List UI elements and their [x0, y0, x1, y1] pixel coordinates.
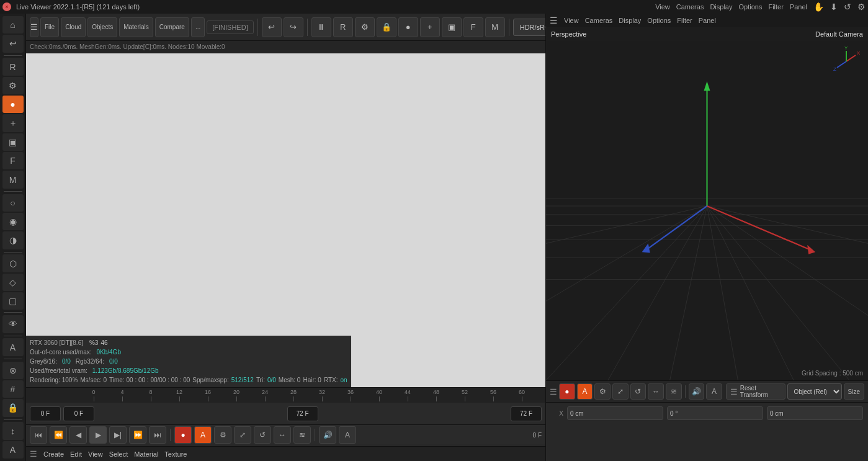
right-view-menu[interactable]: View: [564, 17, 579, 24]
key-set-btn[interactable]: ⤢: [234, 426, 251, 444]
close-button[interactable]: ×: [2, 2, 11, 11]
bottom-view[interactable]: View: [88, 450, 103, 458]
display-menu[interactable]: Display: [710, 3, 732, 11]
bottom-select[interactable]: Select: [109, 450, 128, 458]
sidebar-undo-icon[interactable]: ↩: [2, 35, 24, 52]
frame-end-box[interactable]: 72 F: [511, 406, 542, 421]
record-btn[interactable]: ●: [174, 426, 192, 444]
m-btn[interactable]: M: [485, 17, 505, 37]
cameras-menu[interactable]: Cameras: [676, 3, 704, 11]
sidebar-m-icon[interactable]: M: [2, 171, 24, 188]
size-input[interactable]: [767, 406, 863, 420]
sound-btn[interactable]: 🔊: [319, 426, 336, 444]
download-icon[interactable]: ⬇: [830, 2, 838, 12]
x-input[interactable]: [567, 406, 663, 420]
rb-snap-btn[interactable]: ↺: [630, 383, 647, 400]
sidebar-hexagon-icon[interactable]: ⬡: [2, 254, 24, 272]
sidebar-home-icon[interactable]: ⌂: [2, 16, 24, 34]
compare-menu-btn[interactable]: Compare: [155, 17, 189, 37]
rb-gear-btn[interactable]: ⚙: [594, 383, 611, 400]
object-rel-select[interactable]: Object (Rel): [787, 383, 842, 400]
sphere-btn[interactable]: ●: [398, 17, 418, 37]
3d-viewport[interactable]: Perspective Default Camera: [546, 27, 868, 380]
options-menu[interactable]: Options: [738, 3, 762, 11]
filter-menu[interactable]: Filter: [768, 3, 783, 11]
bottom-hamburger[interactable]: ☰: [30, 449, 37, 459]
play-btn[interactable]: ▶: [89, 426, 107, 444]
key2-btn[interactable]: ↺: [254, 426, 271, 444]
angle-input[interactable]: [667, 406, 763, 420]
next-keyframe-btn[interactable]: ⏩: [129, 426, 146, 444]
refresh-icon[interactable]: ↺: [844, 2, 851, 12]
right-options-menu[interactable]: Options: [647, 17, 671, 24]
bottom-edit[interactable]: Edit: [70, 450, 82, 458]
rb-fcurve-btn[interactable]: ≋: [666, 383, 682, 400]
right-filter-menu[interactable]: Filter: [677, 17, 692, 24]
cloud-menu-btn[interactable]: Cloud: [61, 17, 86, 37]
sidebar-magnet-icon[interactable]: ⊗: [2, 362, 24, 379]
sidebar-a2-icon[interactable]: A: [2, 441, 24, 459]
rb-record-btn[interactable]: ●: [559, 383, 575, 400]
sidebar-render-icon[interactable]: R: [2, 58, 24, 75]
file-menu-btn[interactable]: File: [40, 17, 59, 37]
materials-menu-btn[interactable]: Materials: [119, 17, 153, 37]
auto-key-btn[interactable]: ⚙: [214, 426, 231, 444]
lock2-icon[interactable]: 🔒: [377, 17, 396, 37]
frame-mid-box[interactable]: 72 F: [287, 406, 318, 421]
hdr-select[interactable]: HDR/sRGB: [513, 19, 545, 36]
sidebar-add-icon[interactable]: ＋: [2, 114, 24, 132]
prev-keyframe-btn[interactable]: ⏪: [50, 426, 67, 444]
step-back-btn[interactable]: ◀: [69, 426, 87, 444]
add2-btn[interactable]: +: [420, 17, 440, 37]
sidebar-sphere2-icon[interactable]: ◉: [2, 213, 24, 230]
bottom-material[interactable]: Material: [134, 450, 158, 458]
frame-btn[interactable]: ▣: [442, 17, 462, 37]
sidebar-a-icon[interactable]: A: [2, 338, 24, 356]
skip-start-btn[interactable]: ⏮: [30, 426, 47, 444]
fcurve-btn[interactable]: ≋: [293, 426, 311, 444]
motion-btn[interactable]: ↔: [274, 426, 291, 444]
sidebar-grid-icon[interactable]: #: [2, 380, 24, 398]
view-menu[interactable]: View: [655, 3, 670, 11]
toolbar-hamburger[interactable]: ☰: [30, 17, 38, 37]
sidebar-active-icon[interactable]: ●: [2, 96, 24, 113]
sidebar-arrow-icon[interactable]: ↕: [2, 422, 24, 439]
sidebar-diamond-icon[interactable]: ◇: [2, 274, 24, 291]
refresh2-icon[interactable]: ↩: [262, 17, 282, 37]
panel-menu[interactable]: Panel: [790, 3, 807, 11]
extra-btn[interactable]: A: [339, 426, 356, 444]
redo-icon[interactable]: ↪: [284, 17, 303, 37]
right-panel-menu[interactable]: Panel: [699, 17, 716, 24]
snap-icon[interactable]: R: [333, 17, 353, 37]
sidebar-sphere1-icon[interactable]: ○: [2, 194, 24, 212]
more-menu-btn[interactable]: ...: [191, 17, 205, 37]
sidebar-lock-icon[interactable]: 🔒: [2, 399, 24, 416]
pause-icon[interactable]: ⏸: [311, 17, 331, 37]
f-btn[interactable]: F: [463, 17, 483, 37]
keyframe-btn[interactable]: A: [194, 426, 212, 444]
rb-key-btn[interactable]: A: [577, 383, 593, 400]
move-icon[interactable]: ✋: [813, 2, 824, 12]
sidebar-sphere3-icon[interactable]: ◑: [2, 231, 24, 249]
right-hamburger[interactable]: ☰: [550, 16, 558, 25]
reset-hamburger[interactable]: ☰: [730, 387, 738, 396]
bottom-create[interactable]: Create: [43, 450, 64, 458]
sidebar-f-icon[interactable]: F: [2, 152, 24, 169]
sidebar-eye-icon[interactable]: 👁: [2, 315, 24, 333]
settings-icon[interactable]: ⚙: [857, 2, 866, 12]
frame-current1-box[interactable]: 0 F: [63, 406, 94, 421]
frame-start-box[interactable]: 0 F: [30, 406, 61, 421]
skip-end-btn[interactable]: ⏭: [149, 426, 166, 444]
rb-link-btn[interactable]: ⤢: [612, 383, 629, 400]
right-display-menu[interactable]: Display: [619, 17, 641, 24]
sidebar-frame-icon[interactable]: ▣: [2, 133, 24, 151]
sidebar-gear-icon[interactable]: ⚙: [2, 77, 24, 94]
rb-motion-btn[interactable]: ↔: [648, 383, 664, 400]
rb-hamburger[interactable]: ☰: [550, 387, 557, 396]
sidebar-box-icon[interactable]: ▢: [2, 292, 24, 310]
objects-menu-btn[interactable]: Objects: [87, 17, 117, 37]
rb-sound-btn[interactable]: 🔊: [689, 383, 705, 400]
step-fwd-btn[interactable]: ▶|: [109, 426, 127, 444]
bottom-texture[interactable]: Texture: [164, 450, 187, 458]
right-cameras-menu[interactable]: Cameras: [585, 17, 613, 24]
